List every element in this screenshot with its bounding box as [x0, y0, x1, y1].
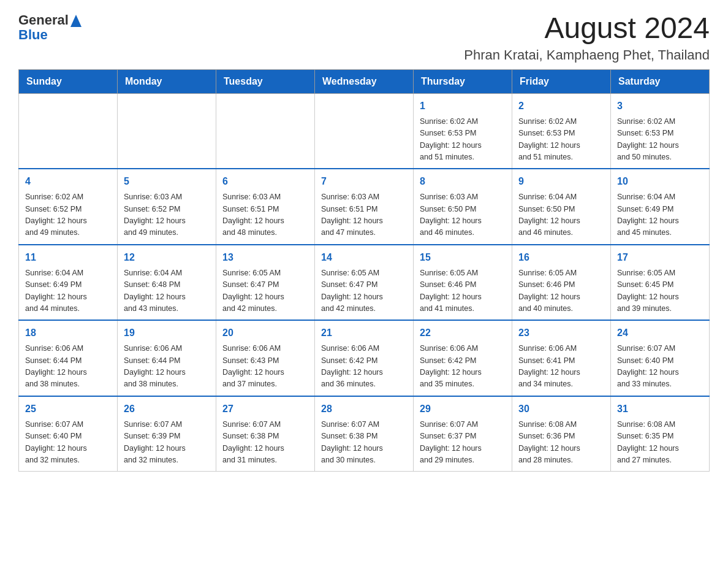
- day-info: Sunrise: 6:06 AM Sunset: 6:42 PM Dayligh…: [420, 343, 506, 391]
- day-number: 16: [518, 250, 604, 265]
- day-number: 30: [518, 402, 604, 416]
- day-number: 9: [518, 174, 604, 189]
- day-info: Sunrise: 6:04 AM Sunset: 6:50 PM Dayligh…: [518, 191, 604, 239]
- day-info: Sunrise: 6:02 AM Sunset: 6:53 PM Dayligh…: [617, 116, 703, 164]
- day-info: Sunrise: 6:06 AM Sunset: 6:43 PM Dayligh…: [222, 343, 308, 391]
- calendar-cell: 30Sunrise: 6:08 AM Sunset: 6:36 PM Dayli…: [512, 396, 611, 472]
- calendar-cell: 16Sunrise: 6:05 AM Sunset: 6:46 PM Dayli…: [512, 245, 611, 321]
- day-info: Sunrise: 6:07 AM Sunset: 6:40 PM Dayligh…: [617, 343, 703, 391]
- day-number: 28: [321, 402, 407, 416]
- calendar-cell: 9Sunrise: 6:04 AM Sunset: 6:50 PM Daylig…: [512, 169, 611, 245]
- calendar-cell: 13Sunrise: 6:05 AM Sunset: 6:47 PM Dayli…: [216, 245, 315, 321]
- day-number: 5: [124, 174, 210, 189]
- calendar-cell: 6Sunrise: 6:03 AM Sunset: 6:51 PM Daylig…: [216, 169, 315, 245]
- day-number: 31: [617, 402, 703, 416]
- calendar-cell: [315, 93, 414, 169]
- day-number: 1: [420, 99, 506, 113]
- day-number: 10: [617, 174, 703, 189]
- day-number: 20: [222, 326, 308, 340]
- calendar-cell: 18Sunrise: 6:06 AM Sunset: 6:44 PM Dayli…: [19, 320, 118, 396]
- day-number: 21: [321, 326, 407, 340]
- day-info: Sunrise: 6:04 AM Sunset: 6:49 PM Dayligh…: [617, 191, 703, 239]
- day-number: 15: [420, 250, 506, 265]
- day-info: Sunrise: 6:06 AM Sunset: 6:44 PM Dayligh…: [124, 343, 210, 391]
- day-info: Sunrise: 6:05 AM Sunset: 6:45 PM Dayligh…: [617, 267, 703, 315]
- day-info: Sunrise: 6:02 AM Sunset: 6:53 PM Dayligh…: [420, 116, 506, 164]
- calendar-header-thursday: Thursday: [414, 69, 512, 93]
- svg-marker-0: [70, 15, 82, 27]
- header: General Blue August 2024 Phran Kratai, K…: [18, 12, 710, 63]
- day-info: Sunrise: 6:08 AM Sunset: 6:35 PM Dayligh…: [617, 419, 703, 467]
- logo-general-text: General: [18, 12, 69, 28]
- calendar-header-wednesday: Wednesday: [315, 69, 414, 93]
- title-section: August 2024 Phran Kratai, Kamphaeng Phet…: [464, 12, 710, 63]
- day-number: 25: [25, 402, 111, 416]
- day-info: Sunrise: 6:07 AM Sunset: 6:38 PM Dayligh…: [321, 419, 407, 467]
- calendar-cell: 25Sunrise: 6:07 AM Sunset: 6:40 PM Dayli…: [19, 396, 118, 472]
- calendar-week-row: 4Sunrise: 6:02 AM Sunset: 6:52 PM Daylig…: [19, 169, 710, 245]
- day-number: 12: [124, 250, 210, 265]
- day-number: 17: [617, 250, 703, 265]
- logo-blue-text: Blue: [18, 27, 48, 43]
- day-number: 7: [321, 174, 407, 189]
- day-number: 11: [25, 250, 111, 265]
- day-number: 2: [518, 99, 604, 113]
- day-info: Sunrise: 6:03 AM Sunset: 6:52 PM Dayligh…: [124, 191, 210, 239]
- calendar-cell: 12Sunrise: 6:04 AM Sunset: 6:48 PM Dayli…: [118, 245, 216, 321]
- calendar-header-monday: Monday: [118, 69, 216, 93]
- day-info: Sunrise: 6:05 AM Sunset: 6:47 PM Dayligh…: [222, 267, 308, 315]
- day-info: Sunrise: 6:05 AM Sunset: 6:47 PM Dayligh…: [321, 267, 407, 315]
- calendar-header-saturday: Saturday: [611, 69, 710, 93]
- calendar-cell: 15Sunrise: 6:05 AM Sunset: 6:46 PM Dayli…: [414, 245, 512, 321]
- calendar-header-sunday: Sunday: [19, 69, 118, 93]
- day-number: 26: [124, 402, 210, 416]
- calendar-cell: 11Sunrise: 6:04 AM Sunset: 6:49 PM Dayli…: [19, 245, 118, 321]
- day-info: Sunrise: 6:07 AM Sunset: 6:40 PM Dayligh…: [25, 419, 111, 467]
- calendar-cell: 7Sunrise: 6:03 AM Sunset: 6:51 PM Daylig…: [315, 169, 414, 245]
- calendar-cell: 1Sunrise: 6:02 AM Sunset: 6:53 PM Daylig…: [414, 93, 512, 169]
- calendar-cell: 19Sunrise: 6:06 AM Sunset: 6:44 PM Dayli…: [118, 320, 216, 396]
- calendar-week-row: 11Sunrise: 6:04 AM Sunset: 6:49 PM Dayli…: [19, 245, 710, 321]
- day-info: Sunrise: 6:08 AM Sunset: 6:36 PM Dayligh…: [518, 419, 604, 467]
- calendar-cell: 3Sunrise: 6:02 AM Sunset: 6:53 PM Daylig…: [611, 93, 710, 169]
- calendar-cell: [216, 93, 315, 169]
- day-info: Sunrise: 6:03 AM Sunset: 6:50 PM Dayligh…: [420, 191, 506, 239]
- day-number: 8: [420, 174, 506, 189]
- day-info: Sunrise: 6:05 AM Sunset: 6:46 PM Dayligh…: [420, 267, 506, 315]
- calendar-cell: 23Sunrise: 6:06 AM Sunset: 6:41 PM Dayli…: [512, 320, 611, 396]
- month-title: August 2024: [464, 12, 710, 45]
- calendar-cell: 10Sunrise: 6:04 AM Sunset: 6:49 PM Dayli…: [611, 169, 710, 245]
- day-info: Sunrise: 6:07 AM Sunset: 6:37 PM Dayligh…: [420, 419, 506, 467]
- calendar-cell: 22Sunrise: 6:06 AM Sunset: 6:42 PM Dayli…: [414, 320, 512, 396]
- day-number: 27: [222, 402, 308, 416]
- calendar-cell: [118, 93, 216, 169]
- calendar-cell: 8Sunrise: 6:03 AM Sunset: 6:50 PM Daylig…: [414, 169, 512, 245]
- calendar-cell: 2Sunrise: 6:02 AM Sunset: 6:53 PM Daylig…: [512, 93, 611, 169]
- day-info: Sunrise: 6:02 AM Sunset: 6:53 PM Dayligh…: [518, 116, 604, 164]
- calendar-header-row: SundayMondayTuesdayWednesdayThursdayFrid…: [19, 69, 710, 93]
- day-info: Sunrise: 6:03 AM Sunset: 6:51 PM Dayligh…: [222, 191, 308, 239]
- day-number: 19: [124, 326, 210, 340]
- calendar-cell: 26Sunrise: 6:07 AM Sunset: 6:39 PM Dayli…: [118, 396, 216, 472]
- calendar-cell: 27Sunrise: 6:07 AM Sunset: 6:38 PM Dayli…: [216, 396, 315, 472]
- day-number: 29: [420, 402, 506, 416]
- calendar-header-tuesday: Tuesday: [216, 69, 315, 93]
- calendar-cell: 14Sunrise: 6:05 AM Sunset: 6:47 PM Dayli…: [315, 245, 414, 321]
- day-info: Sunrise: 6:03 AM Sunset: 6:51 PM Dayligh…: [321, 191, 407, 239]
- day-info: Sunrise: 6:07 AM Sunset: 6:39 PM Dayligh…: [124, 419, 210, 467]
- calendar-cell: 17Sunrise: 6:05 AM Sunset: 6:45 PM Dayli…: [611, 245, 710, 321]
- calendar-header-friday: Friday: [512, 69, 611, 93]
- calendar-table: SundayMondayTuesdayWednesdayThursdayFrid…: [18, 69, 710, 472]
- calendar-cell: 4Sunrise: 6:02 AM Sunset: 6:52 PM Daylig…: [19, 169, 118, 245]
- calendar-cell: 24Sunrise: 6:07 AM Sunset: 6:40 PM Dayli…: [611, 320, 710, 396]
- calendar-cell: 31Sunrise: 6:08 AM Sunset: 6:35 PM Dayli…: [611, 396, 710, 472]
- calendar-week-row: 18Sunrise: 6:06 AM Sunset: 6:44 PM Dayli…: [19, 320, 710, 396]
- day-number: 24: [617, 326, 703, 340]
- day-info: Sunrise: 6:06 AM Sunset: 6:42 PM Dayligh…: [321, 343, 407, 391]
- calendar-cell: 29Sunrise: 6:07 AM Sunset: 6:37 PM Dayli…: [414, 396, 512, 472]
- calendar-cell: 20Sunrise: 6:06 AM Sunset: 6:43 PM Dayli…: [216, 320, 315, 396]
- logo-triangle-icon: [70, 15, 82, 27]
- day-info: Sunrise: 6:04 AM Sunset: 6:49 PM Dayligh…: [25, 267, 111, 315]
- calendar-week-row: 1Sunrise: 6:02 AM Sunset: 6:53 PM Daylig…: [19, 93, 710, 169]
- day-number: 6: [222, 174, 308, 189]
